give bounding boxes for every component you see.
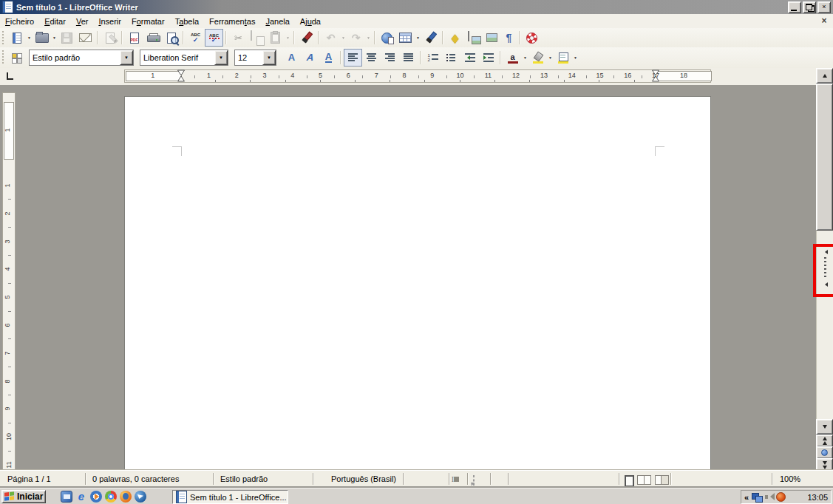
bullet-list-button[interactable] [442,49,460,67]
undo-button[interactable]: ↶ [322,29,340,47]
edit-file-button[interactable] [101,29,119,47]
toolbar-drag-handle[interactable] [1,31,5,44]
title-bar[interactable]: Sem título 1 - LibreOffice Writer × [0,0,833,14]
email-button[interactable] [76,29,95,47]
quick-launch-firefox-icon[interactable] [120,491,132,503]
selection-mode-field[interactable] [473,476,475,485]
scrollbar-thumb[interactable] [816,84,833,231]
menu-formatar[interactable]: Formatar [126,16,170,27]
redo-dropdown[interactable]: ▼ [365,30,372,46]
underline-button[interactable]: A [319,49,338,67]
font-name-combo[interactable]: Liberation Serif ▼ [140,50,228,66]
word-count-field[interactable]: 0 palavras, 0 caracteres [92,474,179,483]
menu-ficheiro[interactable]: Ficheiro [0,16,39,27]
right-indent-marker[interactable] [652,69,660,82]
new-document-button[interactable] [7,29,26,47]
font-size-combo[interactable]: 12 ▼ [234,50,276,66]
align-left-button[interactable] [344,49,362,67]
menu-ver[interactable]: Ver [71,16,94,27]
auto-spellcheck-button[interactable]: ABC✓ [205,29,223,47]
page-style-field[interactable]: Estilo padrão [220,474,268,483]
paste-button[interactable] [266,29,285,47]
volume-tray-icon[interactable] [765,493,773,501]
align-center-button[interactable] [362,49,381,67]
vertical-ruler[interactable]: 11234567891011 [2,92,16,470]
data-sources-button[interactable] [483,29,501,47]
network-tray-icon[interactable] [752,493,762,501]
undo-dropdown[interactable]: ▼ [340,30,347,46]
highlight-dropdown[interactable]: ▼ [547,50,554,66]
spelling-button[interactable]: ABC✓ [186,29,205,47]
zoom-percent-field[interactable]: 100% [780,474,800,483]
single-page-view-button[interactable] [625,475,634,487]
cut-button[interactable]: ✂ [229,29,248,47]
open-button[interactable] [33,29,51,47]
styles-panel-button[interactable] [7,49,26,67]
navigation-button[interactable] [816,446,833,459]
style-dropdown-button[interactable]: ▼ [120,50,133,65]
navigator-button[interactable]: ◆ [446,29,464,47]
copy-button[interactable] [248,29,266,47]
increase-indent-button[interactable] [479,49,497,67]
background-color-dropdown[interactable]: ▼ [572,50,579,66]
font-dropdown-button[interactable]: ▼ [214,50,228,65]
clone-formatting-button[interactable] [297,29,316,47]
window-split-handle[interactable] [822,250,828,287]
quick-launch-thunderbird-icon[interactable] [135,491,146,503]
justify-button[interactable] [399,49,418,67]
close-document-button[interactable]: × [819,16,829,26]
decrease-indent-button[interactable] [460,49,479,67]
highlight-color-button[interactable] [528,49,547,67]
previous-page-button[interactable] [816,435,833,447]
draw-functions-button[interactable] [421,29,440,47]
quick-launch-show-desktop-icon[interactable] [61,491,72,503]
updater-tray-icon[interactable] [776,492,786,502]
toolbar-drag-handle[interactable] [1,50,5,65]
hyperlink-button[interactable] [378,29,396,47]
menu-inserir[interactable]: Inserir [93,16,126,27]
print-preview-button[interactable] [162,29,180,47]
font-color-button[interactable]: a [503,49,522,67]
quick-launch-chrome-icon[interactable] [105,491,117,503]
language-field[interactable]: Português (Brasil) [331,474,396,483]
size-dropdown-button[interactable]: ▼ [262,50,276,65]
paste-dropdown[interactable]: ▼ [285,30,291,46]
menu-ferramentas[interactable]: Ferramentas [204,16,260,27]
print-button[interactable] [143,29,162,47]
italic-button[interactable]: A [301,49,319,67]
quick-launch-internet-explorer-icon[interactable]: e [75,491,87,503]
bold-button[interactable]: A [282,49,301,67]
background-color-button[interactable] [554,49,572,67]
new-document-dropdown[interactable]: ▼ [26,30,33,46]
tab-type-selector[interactable] [4,70,16,81]
scroll-up-button[interactable] [816,68,833,84]
gallery-button[interactable] [464,29,483,47]
restore-button[interactable] [803,1,816,13]
font-color-dropdown[interactable]: ▼ [522,50,528,66]
horizontal-ruler[interactable]: 1123456789101112131415161718 [124,69,711,83]
minimize-button[interactable] [788,1,801,13]
menu-ajuda[interactable]: Ajuda [295,16,326,27]
redo-button[interactable]: ↷ [347,29,365,47]
scroll-down-button[interactable] [816,419,833,435]
close-button[interactable]: × [817,1,831,13]
help-button[interactable] [523,29,541,47]
table-dropdown[interactable]: ▼ [415,30,421,46]
align-right-button[interactable] [381,49,399,67]
document-page[interactable] [124,96,711,470]
collapse-tray-button[interactable]: « [744,493,749,502]
save-button[interactable] [58,29,76,47]
left-indent-marker[interactable] [177,69,186,82]
insert-table-button[interactable] [396,29,415,47]
menu-editar[interactable]: Editar [39,16,71,27]
paragraph-style-combo[interactable]: Estilo padrão ▼ [29,50,134,66]
export-pdf-button[interactable]: PDF [125,29,143,47]
start-button[interactable]: Iniciar [1,490,46,503]
menu-tabela[interactable]: Tabela [170,16,204,27]
page-number-field[interactable]: Página 1 / 1 [7,474,51,483]
open-dropdown[interactable]: ▼ [51,30,58,46]
ordered-list-button[interactable]: 12 [424,49,442,67]
quick-launch-media-player-icon[interactable] [90,491,102,503]
formatting-marks-button[interactable]: ¶ [501,29,517,47]
menu-janela[interactable]: Janela [260,16,294,27]
